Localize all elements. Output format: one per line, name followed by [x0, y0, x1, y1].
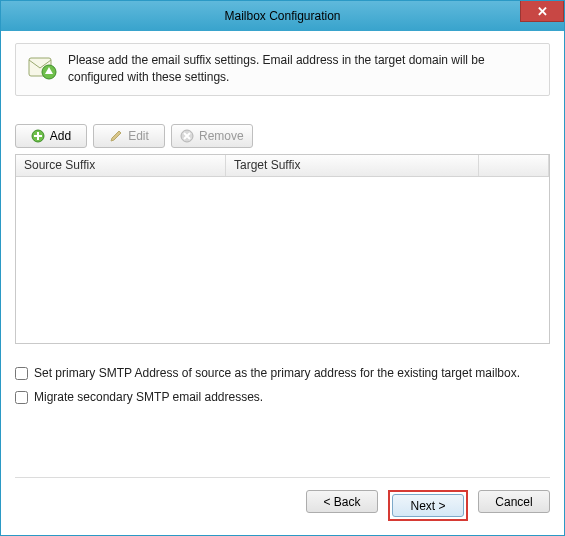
next-button[interactable]: Next >	[392, 494, 464, 517]
info-panel: Please add the email suffix settings. Em…	[15, 43, 550, 96]
col-source-suffix[interactable]: Source Suffix	[16, 155, 226, 176]
close-button[interactable]: ✕	[520, 1, 564, 22]
back-button[interactable]: < Back	[306, 490, 378, 513]
cancel-button[interactable]: Cancel	[478, 490, 550, 513]
add-button[interactable]: Add	[15, 124, 87, 148]
edit-label: Edit	[128, 129, 149, 143]
titlebar: Mailbox Configuration ✕	[1, 1, 564, 31]
dialog-window: Mailbox Configuration ✕ Please add the e…	[0, 0, 565, 536]
migrate-secondary-label: Migrate secondary SMTP email addresses.	[34, 390, 263, 404]
client-area: Please add the email suffix settings. Em…	[1, 31, 564, 535]
close-icon: ✕	[537, 4, 548, 19]
back-label: < Back	[323, 495, 360, 509]
add-label: Add	[50, 129, 71, 143]
info-text: Please add the email suffix settings. Em…	[68, 52, 539, 86]
window-title: Mailbox Configuration	[1, 9, 564, 23]
next-label: Next >	[410, 499, 445, 513]
wizard-footer: < Back Next > Cancel	[15, 477, 550, 521]
remove-label: Remove	[199, 129, 244, 143]
suffix-table: Source Suffix Target Suffix	[15, 154, 550, 344]
cancel-label: Cancel	[495, 495, 532, 509]
primary-smtp-checkbox[interactable]	[15, 367, 28, 380]
mail-settings-icon	[26, 52, 58, 87]
next-highlight: Next >	[388, 490, 468, 521]
table-header: Source Suffix Target Suffix	[16, 155, 549, 177]
primary-smtp-label: Set primary SMTP Address of source as th…	[34, 366, 520, 380]
col-target-suffix[interactable]: Target Suffix	[226, 155, 479, 176]
remove-button[interactable]: Remove	[171, 124, 253, 148]
plus-icon	[31, 129, 45, 143]
pencil-icon	[109, 129, 123, 143]
table-body	[16, 177, 549, 343]
migrate-secondary-option[interactable]: Migrate secondary SMTP email addresses.	[15, 390, 550, 404]
options-group: Set primary SMTP Address of source as th…	[15, 366, 550, 414]
col-spacer	[479, 155, 549, 176]
remove-icon	[180, 129, 194, 143]
toolbar: Add Edit Remove	[15, 124, 550, 148]
primary-smtp-option[interactable]: Set primary SMTP Address of source as th…	[15, 366, 550, 380]
migrate-secondary-checkbox[interactable]	[15, 391, 28, 404]
edit-button[interactable]: Edit	[93, 124, 165, 148]
